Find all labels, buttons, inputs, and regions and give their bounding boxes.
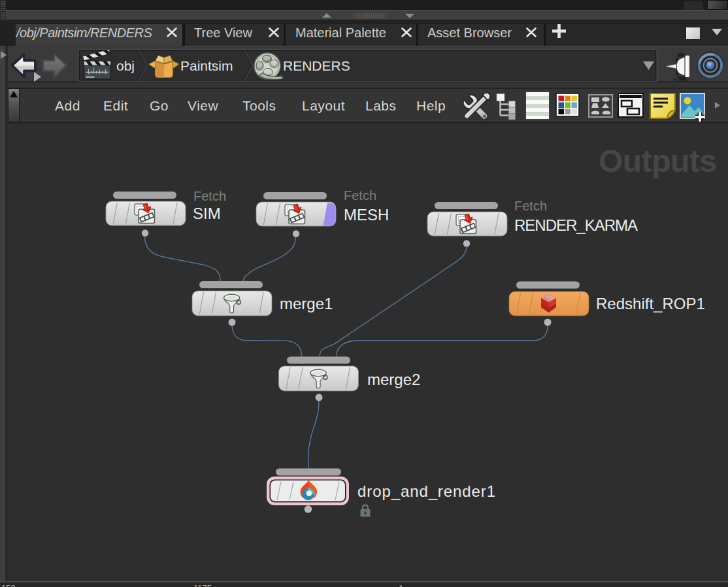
svg-text:Redshift_ROP1: Redshift_ROP1: [596, 295, 705, 312]
svg-text:Fetch: Fetch: [514, 199, 547, 213]
svg-text:MESH: MESH: [344, 206, 389, 224]
svg-text:obj: obj: [116, 58, 135, 73]
svg-text:drop_and_render1: drop_and_render1: [357, 482, 496, 500]
svg-text:merge1: merge1: [280, 295, 333, 312]
svg-text:Paintsim: Paintsim: [180, 58, 233, 73]
svg-text:SIM: SIM: [193, 205, 221, 222]
svg-text:RENDER_KARMA: RENDER_KARMA: [514, 216, 638, 234]
svg-text:Fetch: Fetch: [344, 188, 376, 203]
svg-text:RENDERS: RENDERS: [283, 58, 350, 73]
svg-text:Fetch: Fetch: [193, 189, 226, 203]
svg-text:Outputs: Outputs: [599, 144, 716, 178]
svg-text:merge2: merge2: [367, 371, 420, 388]
